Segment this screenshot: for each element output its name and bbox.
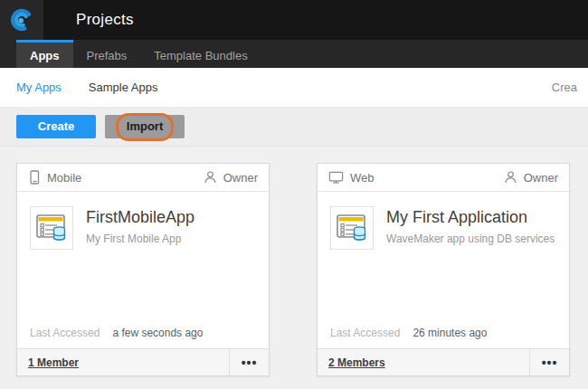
app-name[interactable]: My First Application [386,208,555,227]
card-header: Web Owner [318,164,569,192]
tab-template-bundles[interactable]: Template Bundles [140,40,261,68]
mobile-icon [28,170,41,185]
tab-prefabs[interactable]: Prefabs [73,40,141,68]
project-card-my-first-application: Web Owner [317,163,570,376]
default-app-icon [334,210,370,246]
page-title: Projects [76,0,134,40]
card-body: My First Application WaveMaker app using… [318,192,569,250]
platform-label: Web [350,171,375,185]
subnav-right-truncated-text[interactable]: Crea [552,81,577,94]
app-icon[interactable] [330,206,374,250]
last-accessed-row: Last Accessed a few seconds ago [17,327,269,348]
last-accessed-row: Last Accessed 26 minutes ago [318,327,569,348]
projects-list: Mobile Owner [0,147,588,389]
wave-logo-icon [9,7,34,33]
owner-icon [204,170,217,185]
card-header: Mobile Owner [17,164,269,192]
card-menu-dots-icon[interactable]: ••• [229,349,269,375]
wavemaker-logo[interactable] [0,0,43,40]
card-footer: 1 Member ••• [17,348,269,375]
last-accessed-label: Last Accessed [330,327,400,339]
owner-icon [504,170,517,185]
tab-bar: Apps Prefabs Template Bundles [0,40,588,68]
platform-label: Mobile [47,171,81,185]
card-menu-dots-icon[interactable]: ••• [529,349,569,375]
members-link[interactable]: 1 Member [17,349,229,375]
last-accessed-label: Last Accessed [30,327,100,339]
card-body: FirstMobileApp My First Mobile App [17,192,269,250]
app-description: My First Mobile App [86,232,194,245]
last-accessed-value: 26 minutes ago [413,327,487,339]
web-icon [328,170,344,185]
owner-label: Owner [223,171,258,185]
project-card-firstmobileapp: Mobile Owner [16,163,270,376]
subnav-my-apps[interactable]: My Apps [16,81,62,94]
subnav-sample-apps[interactable]: Sample Apps [89,81,158,94]
create-button[interactable]: Create [16,115,96,138]
app-header: Projects [0,0,588,40]
import-button[interactable]: Import [105,115,185,138]
app-description: WaveMaker app using DB services [386,232,555,245]
default-app-icon [33,210,70,246]
card-footer: 2 Members ••• [318,348,569,375]
last-accessed-value: a few seconds ago [112,327,203,339]
tab-apps[interactable]: Apps [16,40,73,68]
members-link[interactable]: 2 Members [318,349,529,375]
toolbar: Create Import [0,107,588,147]
sub-nav: My Apps Sample Apps Crea [0,68,588,107]
app-name[interactable]: FirstMobileApp [86,208,194,227]
owner-label: Owner [524,171,558,185]
import-button-label: Import [127,119,163,133]
app-icon[interactable] [30,206,73,250]
